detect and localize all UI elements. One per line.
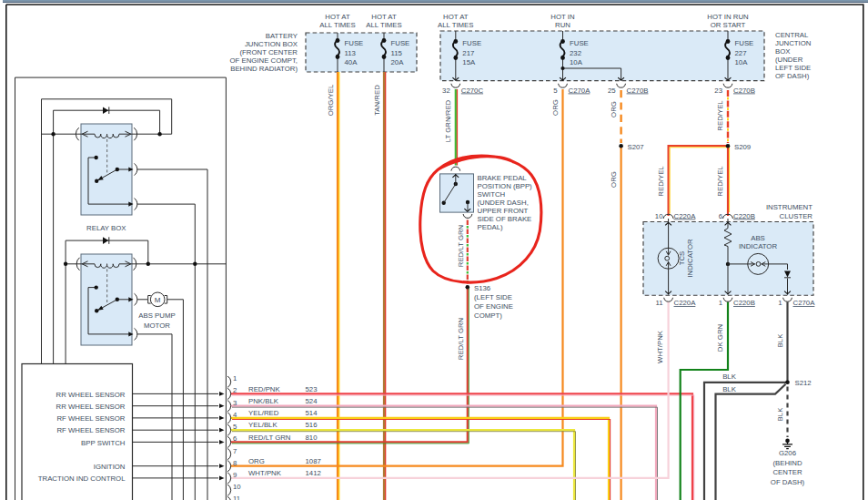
svg-text:INSTRUMENT: INSTRUMENT xyxy=(766,203,812,211)
svg-text:C220B: C220B xyxy=(733,299,755,307)
svg-text:PNK/BLK: PNK/BLK xyxy=(248,397,279,405)
svg-text:TCS: TCS xyxy=(678,251,686,266)
svg-text:FUSE: FUSE xyxy=(570,39,589,47)
svg-text:ALL TIMES: ALL TIMES xyxy=(319,21,355,29)
svg-text:523: 523 xyxy=(306,385,318,393)
svg-text:BEHIND RADIATOR): BEHIND RADIATOR) xyxy=(230,65,298,73)
svg-text:HOT AT: HOT AT xyxy=(443,13,469,21)
svg-text:C270A: C270A xyxy=(793,299,816,307)
svg-text:115: 115 xyxy=(391,49,403,57)
svg-text:TRACTION IND CONTROL: TRACTION IND CONTROL xyxy=(38,474,126,483)
svg-text:OF DASH): OF DASH) xyxy=(775,72,810,80)
svg-text:RED/LT GRN: RED/LT GRN xyxy=(457,318,465,361)
svg-text:(BEHIND: (BEHIND xyxy=(772,459,802,467)
svg-text:10A: 10A xyxy=(570,58,583,66)
svg-text:23: 23 xyxy=(714,87,722,95)
svg-text:10: 10 xyxy=(655,212,663,220)
svg-text:RF WHEEL SENSOR: RF WHEEL SENSOR xyxy=(56,414,125,423)
svg-text:INDICATOR: INDICATOR xyxy=(686,239,694,278)
svg-text:4: 4 xyxy=(233,411,237,419)
svg-text:RF WHEEL SENSOR: RF WHEEL SENSOR xyxy=(56,426,125,434)
svg-text:RED/PNK: RED/PNK xyxy=(248,385,280,393)
svg-text:516: 516 xyxy=(306,421,318,429)
svg-text:RR WHEEL SENSOR: RR WHEEL SENSOR xyxy=(56,403,126,411)
svg-text:8: 8 xyxy=(233,459,237,467)
svg-text:CENTRAL: CENTRAL xyxy=(775,31,809,39)
svg-text:227: 227 xyxy=(735,49,747,57)
svg-text:RED/YEL: RED/YEL xyxy=(716,166,724,197)
svg-text:ORG/YEL: ORG/YEL xyxy=(327,84,335,116)
svg-text:1412: 1412 xyxy=(306,469,321,477)
svg-text:OR START: OR START xyxy=(711,21,746,29)
svg-text:C270A: C270A xyxy=(569,87,591,95)
svg-text:514: 514 xyxy=(306,409,318,417)
svg-text:TAN/RED: TAN/RED xyxy=(373,85,381,116)
svg-text:5: 5 xyxy=(233,423,237,431)
svg-text:524: 524 xyxy=(306,397,318,405)
svg-text:OF DASH): OF DASH) xyxy=(771,478,805,486)
svg-text:BPP SWITCH: BPP SWITCH xyxy=(81,439,125,447)
svg-text:1: 1 xyxy=(778,299,782,307)
svg-text:RELAY BOX: RELAY BOX xyxy=(86,224,126,232)
svg-text:10A: 10A xyxy=(735,58,749,66)
svg-text:S207: S207 xyxy=(628,143,644,151)
svg-text:32: 32 xyxy=(442,87,450,95)
svg-text:1: 1 xyxy=(719,299,722,307)
svg-text:20A: 20A xyxy=(391,58,405,66)
svg-text:INDICATOR: INDICATOR xyxy=(739,242,778,250)
svg-text:RUN: RUN xyxy=(555,21,570,29)
svg-text:ORG: ORG xyxy=(610,101,618,117)
svg-text:LT GRN/RED: LT GRN/RED xyxy=(444,99,452,142)
svg-text:C220A: C220A xyxy=(674,212,697,220)
svg-text:BLK: BLK xyxy=(722,385,737,393)
svg-text:SIDE OF BRAKE: SIDE OF BRAKE xyxy=(478,215,532,223)
svg-text:11: 11 xyxy=(655,299,662,307)
svg-text:SWITCH: SWITCH xyxy=(478,190,506,199)
svg-text:G206: G206 xyxy=(779,449,796,457)
svg-text:BLK: BLK xyxy=(722,372,737,381)
svg-text:HOT IN RUN: HOT IN RUN xyxy=(707,13,748,21)
svg-text:C270B: C270B xyxy=(733,87,755,95)
svg-text:UPPER FRONT: UPPER FRONT xyxy=(478,207,529,215)
svg-text:40A: 40A xyxy=(345,58,358,66)
svg-text:FUSE: FUSE xyxy=(391,39,410,47)
svg-text:IGNITION: IGNITION xyxy=(94,463,126,471)
svg-text:WHT/PNK: WHT/PNK xyxy=(248,469,282,477)
svg-text:C270B: C270B xyxy=(627,87,649,95)
svg-text:11: 11 xyxy=(233,495,240,500)
svg-text:RED/YEL: RED/YEL xyxy=(657,166,665,197)
svg-text:FUSE: FUSE xyxy=(735,39,754,47)
svg-text:HOT AT: HOT AT xyxy=(325,13,350,21)
svg-text:25: 25 xyxy=(608,87,616,95)
svg-text:9: 9 xyxy=(233,471,237,479)
svg-text:PEDAL): PEDAL) xyxy=(478,223,504,231)
svg-text:ALL TIMES: ALL TIMES xyxy=(366,21,401,29)
svg-text:RED/LT GRN: RED/LT GRN xyxy=(248,434,291,442)
svg-text:ORG: ORG xyxy=(610,171,618,188)
svg-text:S209: S209 xyxy=(734,143,751,151)
svg-text:FUSE: FUSE xyxy=(345,39,364,47)
svg-text:C270C: C270C xyxy=(461,87,484,95)
svg-text:15A: 15A xyxy=(462,58,476,66)
svg-text:S212: S212 xyxy=(795,379,812,387)
svg-text:C220B: C220B xyxy=(733,212,755,220)
svg-text:OF ENGINE: OF ENGINE xyxy=(474,302,513,311)
svg-text:CLUSTER: CLUSTER xyxy=(780,212,813,220)
svg-text:2: 2 xyxy=(233,386,237,394)
svg-text:3: 3 xyxy=(233,399,237,407)
svg-text:RR WHEEL SENSOR: RR WHEEL SENSOR xyxy=(56,391,126,399)
svg-text:BATTERY: BATTERY xyxy=(266,32,298,40)
svg-text:DK GRN: DK GRN xyxy=(716,324,724,352)
svg-text:JUNCTION BOX: JUNCTION BOX xyxy=(245,40,298,48)
svg-text:FUSE: FUSE xyxy=(462,39,481,47)
svg-text:MOTOR: MOTOR xyxy=(144,321,170,330)
svg-text:810: 810 xyxy=(306,434,318,442)
svg-text:POSITION (BPP): POSITION (BPP) xyxy=(478,182,533,190)
svg-text:BLK: BLK xyxy=(776,407,784,422)
svg-text:JUNCTION: JUNCTION xyxy=(775,39,811,47)
svg-text:CENTER: CENTER xyxy=(772,468,802,476)
svg-text:BOX: BOX xyxy=(775,47,791,56)
svg-text:232: 232 xyxy=(570,49,581,57)
svg-text:RED/LT GRN: RED/LT GRN xyxy=(457,225,465,268)
svg-text:ABS PUMP: ABS PUMP xyxy=(138,311,175,320)
